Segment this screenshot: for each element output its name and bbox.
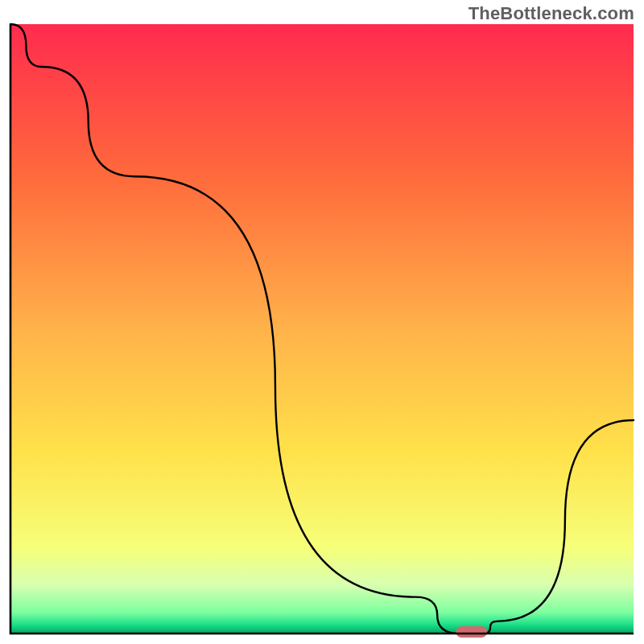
- optimum-marker: [456, 626, 487, 638]
- bottleneck-chart: [0, 0, 644, 644]
- plot-background: [10, 24, 634, 634]
- chart-container: TheBottleneck.com: [0, 0, 644, 644]
- attribution-watermark: TheBottleneck.com: [469, 3, 634, 24]
